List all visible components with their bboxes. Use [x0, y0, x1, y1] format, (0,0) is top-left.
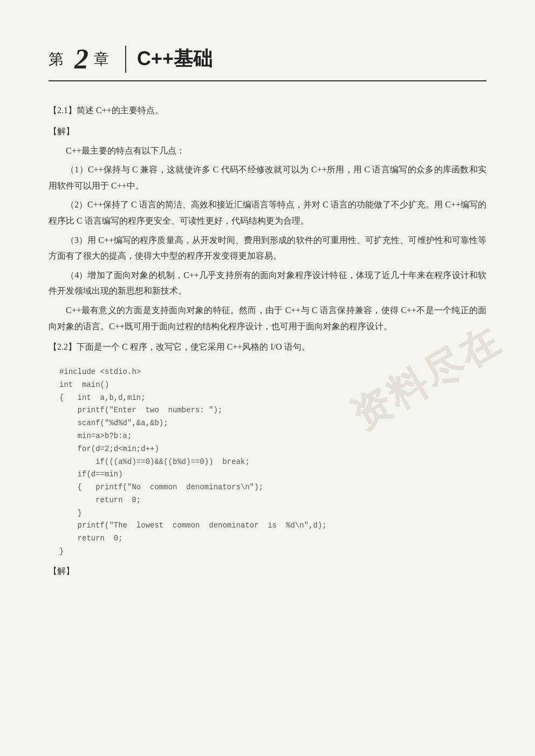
chapter-title: C++基础	[137, 46, 212, 72]
question-2-2: 【2.2】下面是一个 C 程序，改写它，使它采用 C++风格的 I/O 语句。	[49, 339, 486, 355]
chapter-number: 2	[74, 43, 88, 75]
answer-2-1: 【解】 C++最主要的特点有以下几点： （1）C++保持与 C 兼容，这就使许多…	[49, 124, 486, 334]
section-2-1: 【2.1】简述 C++的主要特点。 【解】 C++最主要的特点有以下几点： （1…	[49, 103, 486, 579]
answer-2-1-point-4: （4）增加了面向对象的机制，C++几乎支持所有的面向对象程序设计特征，体现了近几…	[49, 267, 486, 299]
chapter-post-label: 章	[94, 49, 109, 70]
code-block-2-2: #include <stdio.h> int main() { int a,b,…	[59, 366, 486, 558]
chapter-header: 第 2 章 C++基础	[49, 43, 486, 81]
question-2-2-label: 【2.2】下面是一个 C 程序，改写它，使它采用 C++风格的 I/O 语句。	[49, 339, 486, 355]
answer-2-1-label: 【解】	[49, 124, 486, 140]
chapter-pre-label: 第	[49, 49, 64, 70]
chapter-divider	[125, 46, 126, 73]
question-2-1: 【2.1】简述 C++的主要特点。	[49, 103, 486, 119]
answer-2-1-summary: C++最有意义的方面是支持面向对象的特征。然而，由于 C++与 C 语言保持兼容…	[49, 302, 486, 334]
answer-2-1-intro: C++最主要的特点有以下几点：	[49, 143, 486, 159]
answer-2-1-point-2: （2）C++保持了 C 语言的简洁、高效和接近汇编语言等特点，并对 C 语言的功…	[49, 197, 486, 228]
answer-2-2: 【解】	[49, 564, 486, 579]
question-2-1-label: 【2.1】简述 C++的主要特点。	[49, 103, 486, 119]
answer-2-1-point-3: （3）用 C++编写的程序质量高，从开发时间、费用到形成的软件的可重用性、可扩充…	[49, 232, 486, 264]
page-container: 资料尽在 第 2 章 C++基础 【2.1】简述 C++的主要特点。 【解】 C…	[0, 0, 535, 756]
answer-2-2-label: 【解】	[49, 564, 486, 579]
answer-2-1-point-1: （1）C++保持与 C 兼容，这就使许多 C 代码不经修改就可以为 C++所用，…	[49, 162, 486, 193]
